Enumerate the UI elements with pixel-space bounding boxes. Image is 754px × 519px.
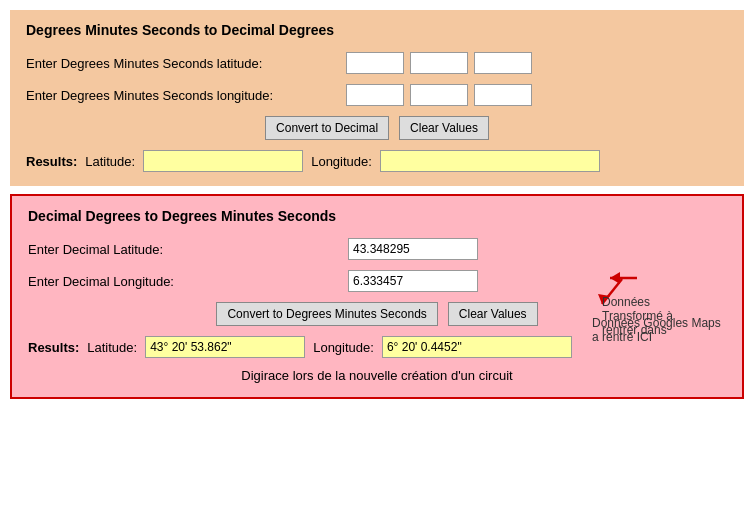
- s2-lat-sublabel: Latitude:: [87, 340, 137, 355]
- annot2-text: Données Transformé à rentrer dans: [602, 295, 673, 337]
- s2-lon-sublabel: Longitude:: [313, 340, 374, 355]
- s2-lat-row: Enter Decimal Latitude:: [28, 238, 726, 260]
- s1-lon-result-input[interactable]: [380, 150, 600, 172]
- s2-lon-result-input[interactable]: [382, 336, 572, 358]
- s1-results-label: Results:: [26, 154, 77, 169]
- section1-dms-to-decimal: Degrees Minutes Seconds to Decimal Degre…: [10, 10, 744, 186]
- s2-results-label: Results:: [28, 340, 79, 355]
- s1-lat-result-input[interactable]: [143, 150, 303, 172]
- lat-degrees-input[interactable]: [346, 52, 404, 74]
- arrow-left-icon: [602, 263, 642, 293]
- s1-clear-button[interactable]: Clear Values: [399, 116, 489, 140]
- lat-row: Enter Degrees Minutes Seconds latitude:: [26, 52, 728, 74]
- s1-convert-button[interactable]: Convert to Decimal: [265, 116, 389, 140]
- lon-minutes-input[interactable]: [410, 84, 468, 106]
- s1-button-row: Convert to Decimal Clear Values: [26, 116, 728, 140]
- s2-lat-result-input[interactable]: [145, 336, 305, 358]
- footer-note: Digirace lors de la nouvelle création d'…: [28, 368, 726, 383]
- section2-title: Decimal Degrees to Degrees Minutes Secon…: [28, 208, 726, 224]
- s1-results-row: Results: Latitude: Longitude:: [26, 150, 728, 172]
- lon-seconds-input[interactable]: [474, 84, 532, 106]
- annotation-transformed: Données Transformé à rentrer dans: [602, 263, 732, 337]
- s2-convert-button[interactable]: Convert to Degrees Minutes Seconds: [216, 302, 437, 326]
- s2-clear-button[interactable]: Clear Values: [448, 302, 538, 326]
- s1-lat-sublabel: Latitude:: [85, 154, 135, 169]
- lon-label: Enter Degrees Minutes Seconds longitude:: [26, 88, 346, 103]
- lon-row: Enter Degrees Minutes Seconds longitude:: [26, 84, 728, 106]
- s2-lat-input[interactable]: [348, 238, 478, 260]
- svg-marker-3: [610, 272, 620, 284]
- lat-inputs: [346, 52, 532, 74]
- section2-decimal-to-dms: Decimal Degrees to Degrees Minutes Secon…: [10, 194, 744, 399]
- lon-degrees-input[interactable]: [346, 84, 404, 106]
- s2-lon-input[interactable]: [348, 270, 478, 292]
- lat-seconds-input[interactable]: [474, 52, 532, 74]
- lat-label: Enter Degrees Minutes Seconds latitude:: [26, 56, 346, 71]
- section1-title: Degrees Minutes Seconds to Decimal Degre…: [26, 22, 728, 38]
- lon-inputs: [346, 84, 532, 106]
- s2-lat-label: Enter Decimal Latitude:: [28, 242, 348, 257]
- lat-minutes-input[interactable]: [410, 52, 468, 74]
- s1-lon-sublabel: Longitude:: [311, 154, 372, 169]
- s2-lon-label: Enter Decimal Longitude:: [28, 274, 348, 289]
